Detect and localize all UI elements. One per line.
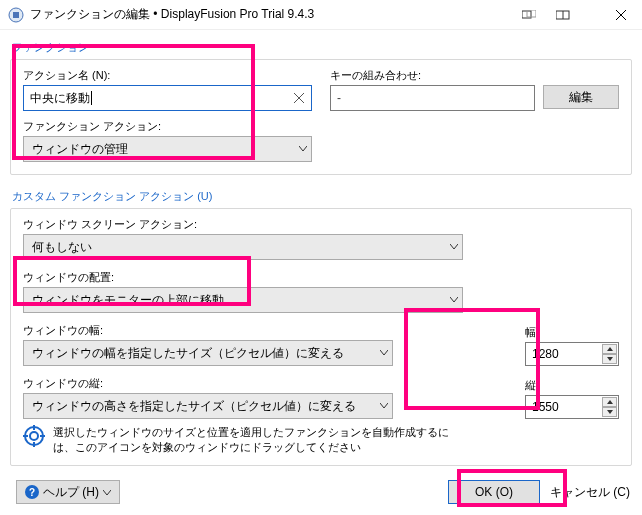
cancel-link[interactable]: キャンセル (C) [550,484,630,501]
chevron-down-icon [380,341,388,365]
width-action-label: ウィンドウの幅: [23,323,501,338]
spin-down-icon[interactable] [602,407,617,417]
extra-window-btn-1[interactable] [512,0,546,29]
chevron-down-icon [450,288,458,312]
section-function-label: ファンクション [12,40,632,55]
svg-rect-1 [13,12,19,18]
height-num-value: 1550 [532,400,559,414]
height-action-combo[interactable]: ウィンドウの高さを指定したサイズ（ピクセル値）に変える [23,393,393,419]
key-combo-field[interactable]: - [330,85,535,111]
height-action-value: ウィンドウの高さを指定したサイズ（ピクセル値）に変える [32,398,356,415]
help-button[interactable]: ? ヘルプ (H) [16,480,120,504]
titlebar: ファンクションの編集 • DisplayFusion Pro Trial 9.4… [0,0,642,30]
dialog-body: ファンクション アクション名 (N): 中央に移動 ファンクション アクション:… [0,30,642,490]
ok-button[interactable]: OK (O) [448,480,540,504]
chevron-down-icon [380,394,388,418]
edit-key-button[interactable]: 編集 [543,85,619,109]
chevron-down-icon [450,235,458,259]
function-action-value: ウィンドウの管理 [32,141,128,158]
width-num-input[interactable]: 1280 [525,342,619,366]
help-icon: ? [25,485,39,499]
key-combo-value: - [337,91,341,105]
section-custom-label: カスタム ファンクション アクション (U) [12,189,632,204]
function-action-combo[interactable]: ウィンドウの管理 [23,136,312,162]
app-icon [8,7,24,23]
cancel-label: キャンセル (C) [550,485,630,499]
target-drag-icon[interactable] [23,425,45,447]
close-window-button[interactable] [600,0,642,29]
help-label: ヘルプ (H) [43,484,99,501]
placement-combo[interactable]: ウィンドウをモニターの上部に移動 [23,287,463,313]
function-action-label: ファンクション アクション: [23,119,312,134]
screen-action-value: 何もしない [32,239,92,256]
edit-key-label: 編集 [569,89,593,106]
width-num-label: 幅: [525,325,619,340]
height-spinner[interactable] [602,396,617,418]
width-action-value: ウィンドウの幅を指定したサイズ（ピクセル値）に変える [32,345,344,362]
screen-action-combo[interactable]: 何もしない [23,234,463,260]
width-action-combo[interactable]: ウィンドウの幅を指定したサイズ（ピクセル値）に変える [23,340,393,366]
width-spinner[interactable] [602,343,617,365]
placement-label: ウィンドウの配置: [23,270,619,285]
chevron-down-icon [299,137,307,161]
extra-window-btn-2[interactable] [546,0,580,29]
height-num-input[interactable]: 1550 [525,395,619,419]
spin-up-icon[interactable] [602,344,617,354]
height-num-label: 縦: [525,378,619,393]
width-num-value: 1280 [532,347,559,361]
section-function: アクション名 (N): 中央に移動 ファンクション アクション: ウィンドウの管… [10,59,632,175]
dialog-footer: ? ヘルプ (H) OK (O) キャンセル (C) [0,469,642,515]
spin-down-icon[interactable] [602,354,617,364]
height-action-label: ウィンドウの縦: [23,376,501,391]
action-name-label: アクション名 (N): [23,68,312,83]
svg-point-11 [30,432,38,440]
placement-value: ウィンドウをモニターの上部に移動 [32,292,224,309]
chevron-down-icon [103,485,111,499]
ok-label: OK (O) [475,485,513,499]
spin-up-icon[interactable] [602,397,617,407]
clear-text-icon[interactable] [291,90,307,106]
screen-action-label: ウィンドウ スクリーン アクション: [23,217,619,232]
key-combo-label: キーの組み合わせ: [330,68,619,83]
info-row: 選択したウィンドウのサイズと位置を適用したファンクションを自動作成するには、この… [23,425,619,455]
section-custom: ウィンドウ スクリーン アクション: 何もしない ウィンドウの配置: ウィンドウ… [10,208,632,466]
window-title: ファンクションの編集 • DisplayFusion Pro Trial 9.4… [30,6,512,23]
action-name-value: 中央に移動 [30,90,90,107]
action-name-input[interactable]: 中央に移動 [23,85,312,111]
info-text: 選択したウィンドウのサイズと位置を適用したファンクションを自動作成するには、この… [53,425,453,455]
text-caret [91,91,92,105]
window-buttons [512,0,642,29]
